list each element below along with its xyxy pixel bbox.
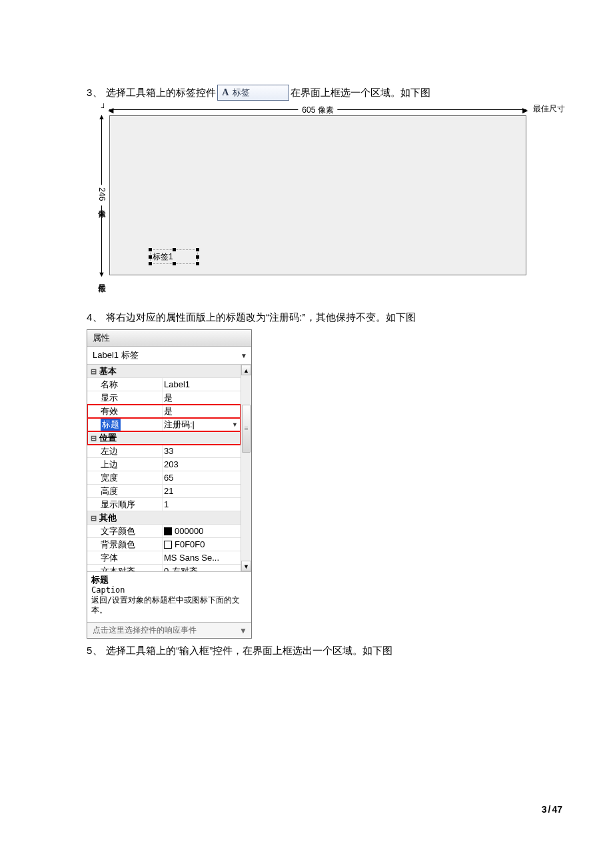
object-selector[interactable]: Label1 标签 ▼ [87,347,251,365]
step-5-body: 选择工具箱上的“输入框”控件，在界面上框选出一个区域。如下图 [106,643,392,659]
property-grid: ⊟ 基本 名称 Label1 显示 是 有效 是 标 [87,365,241,571]
step-3-before: 选择工具箱上的标签控件 [106,85,216,101]
step-3-prefix: 3、 [87,85,103,101]
prop-row-height[interactable]: 高度 21 [87,485,241,498]
section-other[interactable]: ⊟ 其他 [87,511,241,525]
chevron-down-icon[interactable]: ▼ [232,418,238,431]
prop-caption-value[interactable]: 注册码:| [164,418,195,431]
section-basic[interactable]: ⊟ 基本 [87,365,241,378]
prop-row-enabled[interactable]: 有效 是 [87,405,241,418]
form-design-area[interactable]: 标签1 [109,115,526,275]
chevron-down-icon: ▼ [239,626,247,635]
prop-row-align[interactable]: 文本对齐 0-左对齐 [87,565,241,571]
property-scrollbar[interactable]: ▲ ▼ [241,365,251,571]
toolbox-label-text: 标签 [233,86,250,100]
prop-row-left[interactable]: 左边 33 [87,445,241,458]
arrow-left-icon: ◀ [108,106,113,115]
scroll-down-icon[interactable]: ▼ [241,561,251,571]
prop-row-top[interactable]: 上边 203 [87,458,241,471]
ruler-corner-icon: ┘ [101,103,107,111]
arrow-up-icon: ▲ [98,113,105,121]
event-selector-text: 点击这里选择控件的响应事件 [93,625,197,636]
toolbox-label-button[interactable]: A 标签 [217,85,289,101]
collapse-icon: ⊟ [87,511,99,524]
collapse-icon: ⊟ [87,431,99,444]
prop-row-backcolor[interactable]: 背景颜色 F0F0F0 [87,538,241,551]
section-position[interactable]: ⊟ 位置 [87,431,241,445]
prop-row-forecolor[interactable]: 文字颜色 000000 [87,525,241,538]
arrow-down-icon: ▼ [98,270,105,278]
chevron-down-icon: ▼ [241,352,247,359]
arrow-right-icon: ▶ [522,106,528,115]
prop-row-zorder[interactable]: 显示顺序 1 [87,498,241,511]
prop-row-name[interactable]: 名称 Label1 [87,378,241,391]
scroll-thumb[interactable] [242,405,251,453]
horizontal-dimension: ◀ ▶ 605 像素 [109,106,526,114]
step-4-text: 4、 将右边对应的属性面版上的标题改为“注册码:”，其他保持不变。如下图 [87,309,566,325]
text-icon: A [222,85,229,100]
step-5-text: 5、 选择工具箱上的“输入框”控件，在界面上框选出一个区域。如下图 [87,643,566,659]
horizontal-dimension-label: 605 像素 [298,105,337,116]
event-selector[interactable]: 点击这里选择控件的响应事件 ▼ [87,622,251,638]
prop-row-font[interactable]: 字体 MS Sans Se... [87,551,241,565]
prop-row-width[interactable]: 宽度 65 [87,471,241,485]
prop-row-visible[interactable]: 显示 是 [87,391,241,405]
vertical-dimension: ▲ ▼ 246 像素 [97,115,107,275]
property-description: 标题 Caption 返回/设置对象的标题栏中或图标下面的文本。 [87,571,251,622]
step-3-after: 在界面上框选一个区域。如下图 [291,85,430,101]
properties-panel-title: 属性 [87,330,251,347]
page-number: 3/47 [542,804,562,815]
prop-caption-name: 标题 [101,418,121,431]
step-4-body: 将右边对应的属性面版上的标题改为“注册码:”，其他保持不变。如下图 [106,309,415,325]
object-selector-text: Label1 标签 [93,349,139,361]
desc-english: Caption [91,585,247,595]
step-5-prefix: 5、 [87,643,103,659]
step-4-prefix: 4、 [87,309,103,325]
desc-title: 标题 [91,575,247,585]
prop-row-caption[interactable]: 标题 注册码:| ▼ [87,418,241,431]
color-swatch-icon [164,527,172,535]
color-swatch-icon [164,541,172,549]
label-control-text: 标签1 [153,252,173,261]
desc-text: 返回/设置对象的标题栏中或图标下面的文本。 [91,595,247,615]
best-size-right: 最佳尺寸 [533,103,565,115]
vertical-dimension-label: 246 像素 [96,185,107,205]
collapse-icon: ⊟ [87,365,99,377]
step-3-text: 3、 选择工具箱上的标签控件 A 标签 在界面上框选一个区域。如下图 [87,85,566,101]
properties-panel: 属性 Label1 标签 ▼ ⊟ 基本 名称 Label1 显示 是 [87,329,252,639]
selected-label-control[interactable]: 标签1 [150,249,198,264]
scroll-up-icon[interactable]: ▲ [241,365,251,375]
design-canvas-figure: ┘ ◀ ▶ 605 像素 最佳尺寸 ▲ ▼ 246 像素 最佳尺寸 标签1 [87,103,526,300]
